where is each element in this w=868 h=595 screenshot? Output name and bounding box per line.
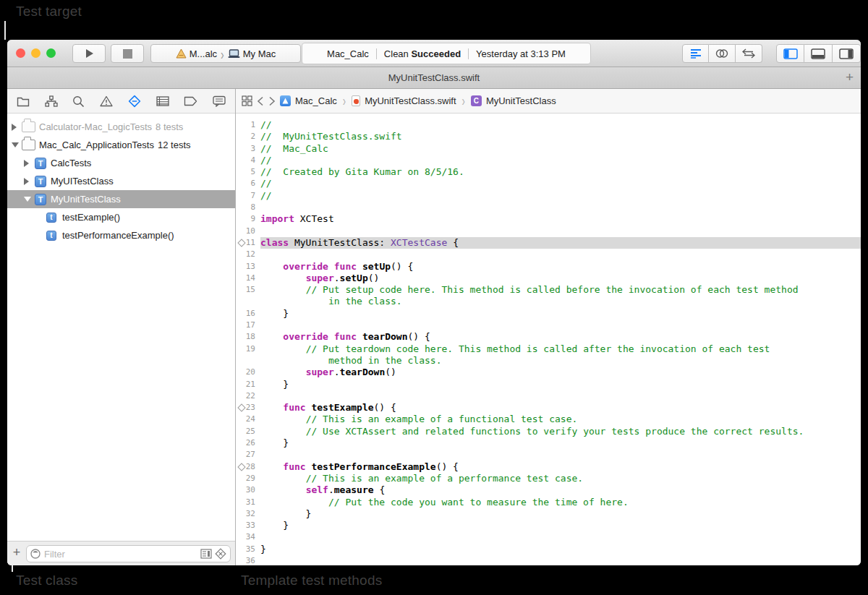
test-navigator-row[interactable]: Calculator-Mac_LogicTests8 tests xyxy=(7,118,235,136)
disclosure-triangle-icon[interactable] xyxy=(24,160,29,167)
line-number: 1 xyxy=(236,119,260,131)
add-button[interactable]: + xyxy=(10,545,23,560)
code-line[interactable]: 35} xyxy=(236,544,861,555)
project-navigator-icon[interactable] xyxy=(17,95,30,107)
code-line[interactable]: 15 // Put setup code here. This method i… xyxy=(236,284,861,296)
code-line[interactable]: 24 // This is an example of a functional… xyxy=(236,414,861,425)
toggle-navigator-button[interactable] xyxy=(776,44,804,63)
code-line[interactable]: 19 // Put teardown code here. This metho… xyxy=(236,343,861,355)
code-line[interactable]: 28 func testPerformanceExample() { xyxy=(236,461,861,473)
toggle-inspectors-button[interactable] xyxy=(833,44,861,63)
find-navigator-icon[interactable] xyxy=(72,95,85,107)
code-line[interactable]: 11class MyUnitTestClass: XCTestCase { xyxy=(236,237,861,249)
code-line[interactable]: 6// xyxy=(236,178,861,189)
code-line[interactable]: 5// Created by Gita Kumar on 8/5/16. xyxy=(236,166,861,178)
code-line[interactable]: 18 override func tearDown() { xyxy=(236,331,861,343)
test-navigator-row[interactable]: TMyUnitTestClass xyxy=(7,190,235,208)
test-navigator-row[interactable]: TCalcTests xyxy=(7,154,235,172)
filter-field[interactable] xyxy=(26,545,231,562)
stop-button[interactable] xyxy=(111,44,144,63)
line-number: 26 xyxy=(236,437,260,449)
code-line[interactable]: 30 self.measure { xyxy=(236,484,861,496)
go-forward-icon[interactable] xyxy=(268,96,276,106)
test-navigator-icon[interactable] xyxy=(128,95,141,108)
code-line[interactable]: 20 super.tearDown() xyxy=(236,367,861,378)
zoom-window-button[interactable] xyxy=(46,48,56,58)
show-failed-tests-icon[interactable] xyxy=(215,548,226,560)
code-line[interactable]: 29 // This is an example of a performanc… xyxy=(236,473,861,484)
issue-navigator-icon[interactable] xyxy=(100,95,113,107)
test-navigator-row[interactable]: ttestExample() xyxy=(7,208,235,226)
test-navigator-row[interactable]: TMyUITestClass xyxy=(7,172,235,190)
test-item-label: MyUnitTestClass xyxy=(51,194,121,205)
code-line[interactable]: in the class. xyxy=(236,296,861,307)
code-line[interactable]: 23 func testExample() { xyxy=(236,402,861,414)
code-line[interactable]: 27 xyxy=(236,449,861,461)
jumpbar-file[interactable]: MyUnitTestClass.swift xyxy=(365,95,456,106)
disclosure-triangle-icon[interactable] xyxy=(24,197,31,202)
assistant-editor-button[interactable] xyxy=(709,44,736,63)
disclosure-triangle-icon[interactable] xyxy=(12,142,19,147)
desktop-background: Test target Test class Template test met… xyxy=(0,0,868,595)
standard-editor-button[interactable] xyxy=(682,44,709,63)
code-line[interactable]: 21 } xyxy=(236,379,861,390)
code-line[interactable]: 32 } xyxy=(236,508,861,520)
window-controls xyxy=(16,48,56,58)
minimize-window-button[interactable] xyxy=(31,48,41,58)
callout-line-test-target xyxy=(4,21,6,40)
code-line[interactable]: 14 super.setUp() xyxy=(236,273,861,284)
jumpbar-symbol[interactable]: MyUnitTestClass xyxy=(486,95,556,106)
filter-input[interactable] xyxy=(44,549,200,560)
tab-myunittestclass[interactable]: MyUnitTestClass.swift xyxy=(388,72,480,83)
code-line[interactable]: method in the class. xyxy=(236,355,861,367)
code-line[interactable]: 22 xyxy=(236,390,861,402)
new-tab-button[interactable]: + xyxy=(846,69,854,85)
related-items-icon[interactable] xyxy=(242,95,252,106)
code-text: // xyxy=(260,178,861,189)
code-text: self.measure { xyxy=(260,484,861,496)
code-line[interactable]: 3// Mac_Calc xyxy=(236,143,861,155)
symbol-navigator-icon[interactable] xyxy=(45,95,58,107)
disclosure-triangle-icon[interactable] xyxy=(24,178,29,185)
line-number: 29 xyxy=(236,473,260,484)
run-button[interactable] xyxy=(72,44,106,63)
code-line[interactable]: 36 xyxy=(236,555,861,565)
code-line[interactable]: 13 override func setUp() { xyxy=(236,261,861,273)
show-tests-with-flags-icon[interactable] xyxy=(200,549,212,559)
scheme-selector[interactable]: M...alc › My Mac xyxy=(150,44,301,63)
code-line[interactable]: 33 } xyxy=(236,520,861,531)
close-window-button[interactable] xyxy=(16,48,25,58)
code-line[interactable]: 8 xyxy=(236,202,861,213)
code-editor-area[interactable]: 1//2// MyUnitTestClass.swift3// Mac_Calc… xyxy=(236,114,861,565)
test-class-icon: T xyxy=(35,194,46,205)
code-line[interactable]: 16 } xyxy=(236,308,861,320)
code-line[interactable]: 9import XCTest xyxy=(236,213,861,225)
code-text: super.tearDown() xyxy=(260,367,861,378)
code-line[interactable]: 7// xyxy=(236,190,861,202)
code-line[interactable]: 1// xyxy=(236,119,861,131)
code-line[interactable]: 12 xyxy=(236,249,861,260)
code-line[interactable]: 25 // Use XCTAssert and related function… xyxy=(236,426,861,437)
report-navigator-icon[interactable] xyxy=(213,95,226,107)
class-symbol-icon: C xyxy=(471,95,482,106)
test-item-label: testExample() xyxy=(62,212,120,223)
code-line[interactable]: 34 xyxy=(236,531,861,543)
debug-navigator-icon[interactable] xyxy=(156,95,169,107)
test-navigator-row[interactable]: Mac_Calc_ApplicationTests12 tests xyxy=(7,136,235,154)
code-line[interactable]: 31 // Put the code you want to measure t… xyxy=(236,497,861,508)
code-line[interactable]: 4// xyxy=(236,155,861,166)
play-icon xyxy=(84,48,94,59)
test-bundle-icon xyxy=(22,121,35,132)
jumpbar-project[interactable]: Mac_Calc xyxy=(295,95,337,106)
code-line[interactable]: 26 } xyxy=(236,437,861,449)
breakpoint-navigator-icon[interactable] xyxy=(184,96,197,106)
go-back-icon[interactable] xyxy=(257,96,264,106)
test-navigator-row[interactable]: ttestPerformanceExample() xyxy=(7,226,235,244)
status-message: Clean Succeeded xyxy=(384,48,461,59)
code-line[interactable]: 10 xyxy=(236,226,861,237)
disclosure-triangle-icon[interactable] xyxy=(12,124,17,131)
code-line[interactable]: 17 xyxy=(236,320,861,331)
version-editor-button[interactable] xyxy=(736,44,762,63)
toggle-debug-area-button[interactable] xyxy=(804,44,833,63)
code-line[interactable]: 2// MyUnitTestClass.swift xyxy=(236,131,861,142)
